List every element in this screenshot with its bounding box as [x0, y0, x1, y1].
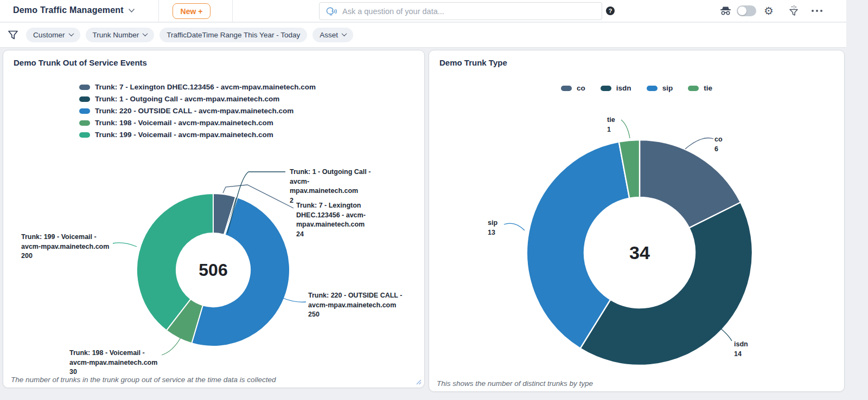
pie-slice-label: isdn14 [734, 340, 767, 359]
ask-data-searchbar[interactable] [319, 2, 602, 20]
new-button[interactable]: New + [173, 3, 210, 19]
chevron-down-icon [128, 8, 135, 13]
more-ellipsis-icon[interactable] [812, 5, 822, 17]
voice-ask-icon [325, 6, 337, 17]
filter-chip-trunk-number[interactable]: Trunk Number [86, 28, 155, 42]
help-icon[interactable]: ? [606, 7, 615, 15]
pie-slice-label: tie1 [607, 115, 640, 134]
pie-slice-label: Trunk: 7 - Lexington DHEC.123456 - avcm-… [296, 201, 373, 239]
card-trunk-type: Demo Trunk Type co isdn sip tie 34 tie1 … [429, 50, 845, 392]
chevron-down-icon [341, 31, 347, 36]
pie-slice-label: Trunk: 1 - Outgoing Call - avcm-mpav.mai… [290, 167, 378, 205]
filter-funnel-icon[interactable] [7, 29, 19, 41]
toggle-knob [738, 7, 746, 15]
chevron-down-icon [143, 31, 148, 36]
donut-center-total: 34 [629, 242, 650, 263]
callout-line [282, 298, 306, 302]
page-title: Demo Traffic Management [13, 5, 124, 15]
pie-slice-label: Trunk: 199 - Voicemail - avcm-mpav.maine… [21, 233, 117, 261]
card-description: This shows the number of distinct trunks… [437, 379, 593, 388]
filter-chip-asset[interactable]: Asset [312, 28, 353, 42]
pie-slice-label: sip13 [488, 218, 520, 237]
filter-bar: Customer Trunk Number TrafficDateTime Ra… [0, 23, 846, 48]
pie-slice-label: Trunk: 220 - OUTSIDE CALL - avcm-mpav.ma… [308, 291, 412, 320]
workspace-title-dropdown[interactable]: Demo Traffic Management [13, 5, 135, 15]
header-divider [158, 0, 159, 22]
header-divider [232, 0, 233, 22]
pie-slice-label: co6 [714, 135, 747, 154]
dashboard-page: { "header": { "title": "Demo Traffic Man… [0, 0, 868, 400]
pie-slice-label: Trunk: 198 - Voicemail - avcm-mpav.maine… [69, 349, 165, 377]
card-description: The number of trunks in the trunk group … [11, 376, 276, 384]
filter-chip-customer[interactable]: Customer [26, 28, 80, 42]
card-trunk-out-of-service: Demo Trunk Out of Service Events Trunk: … [3, 50, 425, 388]
resize-handle[interactable] [416, 379, 422, 385]
filter-chip-date-range[interactable]: TrafficDateTime Range This Year - Today [159, 28, 307, 42]
settings-gear-icon[interactable]: ⚙ [764, 5, 774, 17]
incognito-icon[interactable] [719, 5, 732, 16]
app-header: Demo Traffic Management New + ? ⚙ [0, 0, 846, 22]
theme-toggle[interactable] [737, 5, 756, 16]
search-input[interactable] [342, 7, 596, 16]
filter-sparkle-icon[interactable] [788, 5, 800, 17]
donut-center-total: 506 [199, 260, 227, 280]
callout-line [685, 138, 713, 149]
chevron-down-icon [68, 31, 74, 36]
pie-slice[interactable] [580, 202, 752, 365]
